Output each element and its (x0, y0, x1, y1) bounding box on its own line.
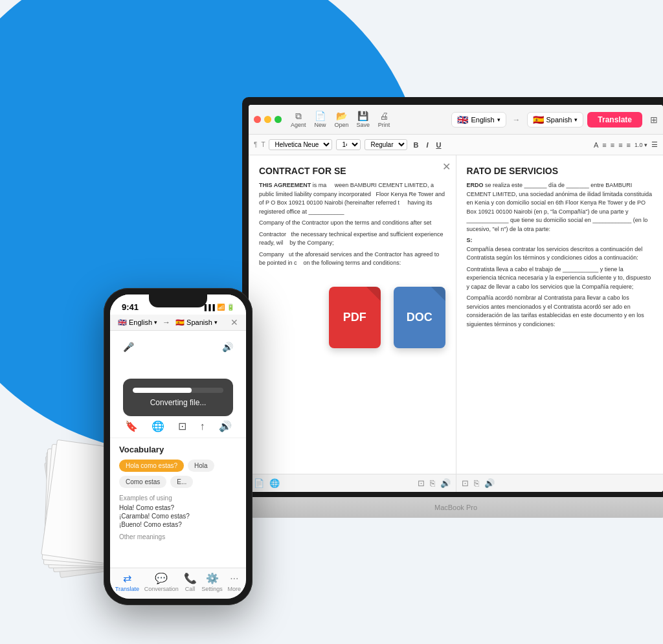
maximize-traffic-light[interactable] (275, 116, 282, 123)
globe-icon-phone[interactable]: 🌐 (152, 420, 164, 432)
iphone-source-lang[interactable]: 🇬🇧 English ▾ (118, 318, 157, 327)
iphone-target-flag: 🇪🇸 (175, 318, 185, 327)
bookmark-icon[interactable]: 🔖 (125, 420, 138, 432)
progress-bar-track (133, 388, 223, 393)
save-icon: 💾 (357, 111, 370, 121)
contract-paragraph-3: Contractor the necessary technical exper… (259, 230, 445, 248)
target-lang-selector[interactable]: 🇪🇸 Spanish ▾ (527, 112, 584, 128)
toolbar-save[interactable]: 💾 Save (357, 111, 370, 128)
iphone-arrow-icon: → (163, 318, 170, 327)
call-nav-icon: 📞 (184, 572, 197, 584)
macbook-body: MacBook Pro (242, 497, 663, 518)
expand-icon[interactable]: ⊡ (178, 420, 186, 432)
translate-button[interactable]: Translate (587, 112, 642, 128)
spanish-paragraph-1: ERDO se realiza este _______ día de ____… (467, 181, 653, 234)
crop-icon-r[interactable]: ⊡ (462, 478, 469, 488)
vocab-chip-more[interactable]: E... (170, 476, 193, 488)
iphone-body: 9:41 ▐▐▐ 📶 🔋 🇬🇧 English ▾ → 🇪🇸 Spanish (104, 288, 253, 605)
bold-button[interactable]: B (411, 140, 420, 150)
source-flag: 🇬🇧 (457, 115, 468, 125)
copy-icon-r[interactable]: ⎘ (474, 478, 479, 488)
wifi-icon: 📶 (217, 304, 225, 311)
iphone-close-icon[interactable]: ✕ (230, 317, 238, 328)
vocab-chip-como[interactable]: Como estas (119, 476, 166, 488)
iphone-target-lang[interactable]: 🇪🇸 Spanish ▾ (175, 318, 218, 327)
close-traffic-light[interactable] (254, 116, 261, 123)
example-line-1: Hola! Como estas? (119, 504, 237, 511)
iphone-notch (149, 294, 207, 307)
iphone-toolbar: 🇬🇧 English ▾ → 🇪🇸 Spanish ▾ ✕ (110, 315, 246, 331)
font-weight-select[interactable]: Regular (365, 139, 407, 150)
progress-bar-fill (133, 388, 192, 393)
format-toolbar: ¶ T Helvetica Neue 14 Regular B I U A ≡ … (249, 135, 663, 155)
iphone: 9:41 ▐▐▐ 📶 🔋 🇬🇧 English ▾ → 🇪🇸 Spanish (104, 288, 253, 605)
target-flag: 🇪🇸 (533, 115, 544, 125)
globe-icon[interactable]: 🌐 (269, 478, 280, 488)
iphone-source-flag: 🇬🇧 (118, 318, 127, 327)
minimize-traffic-light[interactable] (264, 116, 271, 123)
speaker-output-icon[interactable]: 🔊 (222, 342, 233, 352)
settings-nav-icon: ⚙️ (206, 572, 219, 584)
iphone-target-lang-label: Spanish (186, 318, 212, 326)
iphone-screen: 9:41 ▐▐▐ 📶 🔋 🇬🇧 English ▾ → 🇪🇸 Spanish (110, 294, 246, 599)
print-icon: 🖨 (377, 111, 390, 121)
add-page-icon[interactable]: 📄 (254, 478, 264, 488)
translate-nav-icon: ⇄ (123, 572, 131, 584)
new-icon: 📄 (314, 111, 327, 121)
crop-icon[interactable]: ⊡ (418, 478, 425, 488)
toolbar-print[interactable]: 🖨 Print (377, 111, 390, 128)
microphone-icon[interactable]: 🎤 (123, 342, 134, 352)
vocab-chip-hola[interactable]: Hola (188, 460, 214, 472)
contract-title-english: CONTRACT FOR SE (259, 166, 445, 176)
spanish-paragraph-3: Contratista lleva a cabo el trabajo de _… (467, 265, 653, 292)
share-icon[interactable]: ↑ (200, 421, 205, 432)
spanish-document-panel[interactable]: RATO DE SERVICIOS ERDO se realiza este _… (456, 155, 664, 492)
chevron-down-icon: ▾ (497, 117, 500, 123)
nav-call[interactable]: 📞 Call (184, 572, 197, 592)
toolbar-agent[interactable]: ⧉ Agent (291, 111, 306, 128)
grid-view-icon[interactable]: ⊞ (650, 115, 658, 125)
scroll-controls-right: ⊡ ⎘ 🔊 (456, 474, 664, 492)
status-icons: ▐▐▐ 📶 🔋 (203, 304, 234, 311)
source-lang-label: English (471, 116, 494, 124)
open-icon: 📂 (335, 111, 348, 121)
contract-paragraph-4: Company ut the aforesaid services and th… (259, 250, 445, 268)
italic-button[interactable]: I (424, 140, 430, 150)
nav-more[interactable]: ··· More (228, 573, 242, 592)
target-lang-label: Spanish (546, 116, 572, 124)
font-size-select[interactable]: 14 (336, 139, 361, 150)
macbook-screen: ⧉ Agent 📄 New 📂 Open 💾 Save (249, 105, 663, 492)
vocabulary-section: Vocabulary Hola como estas? Hola Como es… (110, 438, 246, 550)
close-document-button[interactable]: ✕ (442, 161, 451, 173)
toolbar-open[interactable]: 📂 Open (335, 111, 349, 128)
macbook-logo: MacBook Pro (434, 504, 477, 511)
toolbar-new[interactable]: 📄 New (314, 111, 327, 128)
doc-icon: DOC (394, 287, 445, 348)
english-document-panel[interactable]: ✕ CONTRACT FOR SE THIS AGREEMENT is ma w… (249, 155, 456, 492)
nav-translate[interactable]: ⇄ Translate (115, 572, 139, 592)
example-line-2: ¡Caramba! Como estas? (119, 513, 237, 520)
toolbar-icons: ⧉ Agent 📄 New 📂 Open 💾 Save (291, 111, 390, 128)
traffic-lights (254, 116, 282, 123)
pdf-icon: PDF (329, 287, 381, 348)
source-lang-selector[interactable]: 🇬🇧 English ▾ (451, 112, 506, 128)
vocab-chip-main[interactable]: Hola como estas? (119, 460, 184, 472)
more-nav-icon: ··· (230, 573, 238, 584)
vocabulary-title: Vocabulary (119, 445, 237, 454)
converting-overlay: Converting file... (123, 379, 233, 416)
nav-settings[interactable]: ⚙️ Settings (201, 572, 223, 592)
vocabulary-chips: Hola como estas? Hola Como estas E... (119, 460, 237, 488)
battery-icon: 🔋 (227, 304, 234, 311)
contract-paragraph-1: THIS AGREEMENT is ma ween BAMBURI CEMENT… (259, 181, 445, 216)
audio-icon[interactable]: 🔊 (219, 420, 232, 432)
copy-icon[interactable]: ⎘ (430, 478, 435, 488)
nav-conversation[interactable]: 💬 Conversation (144, 572, 179, 592)
contract-title-spanish: RATO DE SERVICIOS (467, 166, 653, 176)
spanish-paragraph-4: Compañía acordó nombrar al Contratista p… (467, 294, 653, 329)
underline-button[interactable]: U (434, 140, 444, 150)
example-line-3: ¡Bueno! Como estas? (119, 521, 237, 528)
speaker-icon[interactable]: 🔊 (440, 478, 451, 488)
speaker-icon-r[interactable]: 🔊 (484, 478, 495, 488)
font-family-select[interactable]: Helvetica Neue (269, 139, 332, 150)
iphone-source-lang-label: English (129, 318, 152, 326)
